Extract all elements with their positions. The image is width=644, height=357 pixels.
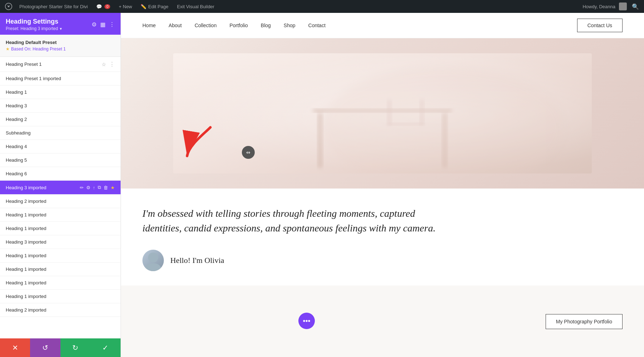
list-item[interactable]: Heading 2 imported [0, 303, 121, 317]
list-item[interactable]: Heading 6 [0, 167, 121, 181]
site-quote: I'm obsessed with telling stories throug… [142, 206, 450, 235]
site-body: I'm obsessed with telling stories throug… [121, 189, 644, 285]
cancel-button[interactable]: ✕ [0, 338, 30, 357]
site-name-link[interactable]: Photographer Starter Site for Divi [16, 3, 91, 11]
list-item[interactable]: Heading Preset 1 imported [0, 72, 121, 85]
contact-us-button[interactable]: Contact Us [577, 19, 623, 32]
edit-icon[interactable]: ✏ [80, 185, 84, 190]
save-button[interactable]: ✓ [91, 338, 121, 357]
settings-icon[interactable]: ⚙ [86, 185, 91, 190]
list-item[interactable]: Heading 3 imported [0, 235, 121, 249]
list-item[interactable]: Heading 1 imported [0, 263, 121, 276]
redo-button[interactable]: ↻ [60, 338, 91, 357]
nav-collection[interactable]: Collection [195, 23, 216, 28]
list-item[interactable]: Heading 2 [0, 113, 121, 126]
undo-button[interactable]: ↺ [30, 338, 60, 357]
export-icon[interactable]: ↑ [93, 185, 96, 190]
author-avatar [142, 250, 164, 271]
transfer-icon[interactable]: ⇔ [242, 146, 255, 159]
list-item[interactable]: Heading 1 imported [0, 249, 121, 263]
author-row: Hello! I'm Olivia [142, 250, 623, 271]
site-navigation: Home About Collection Portfolio Blog Sho… [121, 13, 644, 38]
panel-header: Heading Settings Preset: Heading 3 impor… [0, 13, 121, 35]
list-item[interactable]: Heading 4 [0, 140, 121, 153]
list-item[interactable]: Heading 5 [0, 153, 121, 167]
nav-portfolio[interactable]: Portfolio [229, 23, 248, 28]
preset-list: Heading Preset 1 ☆ ⋮ Heading Preset 1 im… [0, 57, 121, 338]
edit-page-link[interactable]: ✏️ Edit Page [138, 3, 171, 11]
nav-contact[interactable]: Contact [308, 23, 326, 28]
admin-bar: Photographer Starter Site for Divi 💬 0 +… [0, 0, 644, 13]
portfolio-button[interactable]: My Photography Portfolio [546, 314, 623, 329]
star-filled-icon[interactable]: ★ [111, 185, 115, 190]
panel-subtitle[interactable]: Preset: Heading 3 imported ▼ [6, 26, 63, 31]
list-item[interactable]: Heading 2 imported [0, 195, 121, 208]
search-settings-icon[interactable]: ⚙ [92, 21, 97, 28]
author-name: Hello! I'm Olivia [170, 256, 224, 265]
star-icon: ★ [6, 47, 10, 52]
nav-home[interactable]: Home [142, 23, 156, 28]
nav-links: Home About Collection Portfolio Blog Sho… [142, 23, 326, 28]
svg-point-8 [148, 253, 158, 263]
panel-footer: ✕ ↺ ↻ ✓ [0, 338, 121, 357]
chevron-down-icon: ▼ [59, 27, 63, 31]
duplicate-icon[interactable]: ⧉ [98, 185, 101, 190]
list-item[interactable]: Heading 1 imported [0, 290, 121, 303]
default-preset-section: Heading Default Preset ★ Based On: Headi… [0, 35, 121, 57]
active-preset-item[interactable]: Heading 3 imported ✏ ⚙ ↑ ⧉ 🗑 ★ [0, 181, 121, 195]
panel-title: Heading Settings [6, 18, 63, 25]
list-item[interactable]: Heading 1 imported [0, 208, 121, 222]
wp-logo[interactable] [4, 1, 14, 11]
search-icon[interactable]: 🔍 [630, 2, 640, 11]
default-preset-based-on: ★ Based On: Heading Preset 1 [6, 47, 115, 52]
grid-view-icon[interactable]: ▦ [100, 21, 106, 28]
nav-blog[interactable]: Blog [261, 23, 271, 28]
list-item[interactable]: Heading 1 imported [0, 276, 121, 290]
delete-icon[interactable]: 🗑 [103, 185, 108, 190]
list-item[interactable]: Subheading [0, 126, 121, 140]
site-content: I'm obsessed with telling stories throug… [121, 38, 644, 357]
admin-avatar[interactable] [619, 3, 627, 10]
more-options-icon[interactable]: ⋮ [109, 21, 115, 28]
howdy-text: Howdy, Deanna [582, 4, 615, 9]
nav-shop[interactable]: Shop [284, 23, 296, 28]
nav-about[interactable]: About [169, 23, 182, 28]
website-preview: ⇔ Home About Collection Portfolio Blog S… [121, 13, 644, 357]
list-item[interactable]: Heading 3 [0, 99, 121, 113]
heading-settings-panel: Heading Settings Preset: Heading 3 impor… [0, 13, 121, 357]
exit-builder-link[interactable]: Exit Visual Builder [174, 3, 218, 11]
new-link[interactable]: + New [116, 3, 135, 11]
default-preset-title: Heading Default Preset [6, 40, 115, 45]
list-item[interactable]: Heading 1 [0, 85, 121, 99]
svg-point-9 [145, 263, 161, 271]
hero-image [121, 38, 644, 189]
svg-point-6 [322, 67, 564, 173]
star-icon[interactable]: ☆ [102, 62, 106, 67]
list-item[interactable]: Heading 1 imported [0, 222, 121, 235]
hero-image-inner [173, 53, 592, 173]
more-icon[interactable]: ⋮ [109, 61, 115, 68]
comments-link[interactable]: 💬 0 [93, 3, 113, 11]
more-options-button[interactable]: ••• [298, 313, 315, 329]
svg-rect-1 [317, 112, 323, 168]
list-item[interactable]: Heading Preset 1 ☆ ⋮ [0, 57, 121, 72]
